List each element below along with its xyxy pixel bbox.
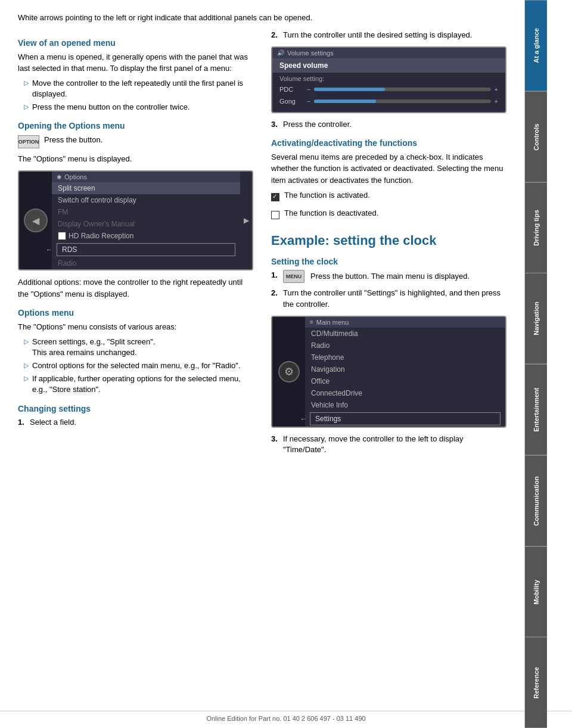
main-menu-icon: ≡: [310, 319, 313, 325]
main-menu-title-label: Main menu: [316, 319, 349, 326]
mm-item-office: Office: [305, 375, 505, 387]
page-footer: Online Edition for Part no. 01 40 2 606 …: [0, 711, 572, 722]
activated-line: The function is activated.: [271, 189, 506, 205]
vol-setting-label: Volume setting:: [272, 73, 505, 83]
options-item-fm: FM: [52, 206, 240, 218]
mm-item-settings: Settings: [310, 412, 500, 425]
tab-driving-tips[interactable]: Driving tips: [525, 182, 547, 273]
bullet-text-2: Press the menu button on the controller …: [32, 102, 189, 113]
deactivated-text: The function is deactivated.: [284, 207, 378, 219]
options-bullet-2: ▷ Control options for the selected main …: [18, 360, 253, 371]
change-step-1-text: Select a field.: [30, 417, 76, 428]
section-options-menu: Options menu The "Options" menu consists…: [18, 308, 253, 395]
options-side-panel: ◀: [19, 172, 52, 269]
options-bullet-text-3: If applicable, further operating options…: [32, 374, 253, 395]
main-menu-title-bar: ≡ Main menu: [305, 317, 505, 328]
right-step-3-text: Press the controller.: [283, 119, 352, 130]
clock-step-1-text: Press the button. The main menu is displ…: [310, 271, 470, 282]
section-activating: Activating/deactivating the functions Se…: [271, 138, 506, 223]
pdc-minus: −: [307, 86, 310, 93]
bullet-item-2: ▷ Press the menu button on the controlle…: [18, 102, 253, 113]
main-menu-screen: ⚙ ≡ Main menu CD/Multimedia Radio Teleph…: [271, 316, 506, 428]
section-heading-changing: Changing settings: [18, 404, 253, 413]
options-bullet-text-2: Control options for the selected main me…: [32, 360, 241, 371]
gong-label: Gong: [279, 98, 303, 105]
footer-text: Online Edition for Part no. 01 40 2 606 …: [206, 715, 365, 722]
mm-item-navigation: Navigation: [305, 363, 505, 375]
options-bullet-sub-1: This area remains unchanged.: [32, 348, 137, 357]
clock-step-2: 2. Turn the controller until "Settings" …: [271, 288, 506, 309]
gear-icon: ⚙: [278, 361, 300, 382]
mm-item-radio: Radio: [305, 340, 505, 351]
right-step-2-text: Turn the controller until the desired se…: [283, 30, 472, 41]
tab-mobility[interactable]: Mobility: [525, 546, 547, 637]
options-bullet-1: ▷ Screen settings, e.g., "Split screen".…: [18, 337, 253, 358]
options-title-label: Options: [64, 173, 87, 181]
section-heading-activating: Activating/deactivating the functions: [271, 138, 506, 148]
options-icon: ✱: [57, 174, 61, 181]
section-view-opened-menu: View of an opened menu When a menu is op…: [18, 38, 253, 113]
section-view-body: When a menu is opened, it generally open…: [18, 51, 253, 74]
options-bullet-arrow-1: ▷: [24, 338, 29, 346]
options-item-switch: Switch off control display: [52, 194, 240, 206]
options-item-rds: RDS: [57, 243, 235, 256]
pdc-fill: [314, 88, 384, 91]
tab-controls[interactable]: Controls: [525, 91, 547, 182]
bullet-arrow-1: ▷: [24, 79, 29, 87]
vol-title-bar: 🔊 Volume settings: [272, 48, 505, 58]
right-step-2-num: 2.: [271, 30, 283, 41]
main-menu-area: ≡ Main menu CD/Multimedia Radio Telephon…: [305, 317, 505, 427]
section-heading-options-menu: Options menu: [18, 308, 253, 318]
option-button-img: OPTION: [18, 135, 39, 148]
clock-step-1-num: 1.: [271, 270, 283, 283]
section-changing-settings: Changing settings 1. Select a field.: [18, 404, 253, 428]
after-text: The "Options" menu is displayed.: [18, 153, 253, 165]
options-bullet-3: ▷ If applicable, further operating optio…: [18, 374, 253, 395]
section-heading-view: View of an opened menu: [18, 38, 253, 48]
options-item-split: Split screen: [52, 182, 240, 194]
options-right-arrow: ▶: [240, 172, 252, 269]
example-heading: Example: setting the clock: [271, 233, 506, 248]
main-menu-side: ⚙: [272, 317, 305, 427]
pdc-slider-row: PDC − +: [272, 83, 505, 95]
vol-title-label: Volume settings: [287, 49, 334, 57]
menu-button-img: MENU: [283, 270, 304, 283]
settings-indicator: ←: [300, 415, 307, 422]
activated-text: The function is activated.: [284, 189, 370, 201]
options-item-radio: Radio: [52, 257, 240, 269]
right-step-3: 3. Press the controller.: [271, 119, 506, 130]
right-step-2: 2. Turn the controller until the desired…: [271, 30, 506, 41]
options-screen: ◀ ✱ Options Split screen Switch off cont…: [18, 170, 253, 270]
unchecked-icon: [271, 211, 279, 219]
pdc-plus: +: [495, 86, 498, 93]
clock-step-3-text: If necessary, move the controller to the…: [283, 434, 506, 455]
clock-step-2-num: 2.: [271, 288, 283, 309]
options-item-hd: HD Radio Reception: [52, 230, 240, 242]
section-opening-options: Opening the Options menu OPTION Press th…: [18, 121, 253, 300]
section-heading-options: Opening the Options menu: [18, 121, 253, 130]
checked-icon: [271, 193, 279, 201]
options-bullet-text-1: Screen settings, e.g., "Split screen".: [32, 337, 156, 346]
clock-step-1: 1. MENU Press the button. The main menu …: [271, 270, 506, 283]
options-bullet-arrow-2: ▷: [24, 362, 29, 369]
press-text: Press the button.: [44, 134, 102, 146]
deactivated-line: The function is deactivated.: [271, 207, 506, 223]
right-tabs: At a glance Controls Driving tips Naviga…: [524, 0, 547, 728]
tab-reference[interactable]: Reference: [525, 637, 547, 728]
options-menu-body: The "Options" menu consists of various a…: [18, 321, 253, 333]
tab-entertainment[interactable]: Entertainment: [525, 364, 547, 455]
bullet-item-1: ▷ Move the controller to the left repeat…: [18, 78, 253, 99]
right-step-3-num: 3.: [271, 119, 283, 130]
tab-navigation[interactable]: Navigation: [525, 273, 547, 364]
tab-communication[interactable]: Communication: [525, 455, 547, 546]
rds-indicator: ←: [46, 246, 52, 253]
options-bullet-arrow-3: ▷: [24, 375, 29, 382]
gong-track: [314, 99, 490, 103]
gong-plus: +: [495, 98, 498, 105]
tab-at-a-glance[interactable]: At a glance: [525, 0, 547, 91]
bullet-arrow-2: ▷: [24, 103, 29, 111]
mm-item-telephone: Telephone: [305, 351, 505, 363]
change-step-1-num: 1.: [18, 417, 30, 428]
activating-body: Several menu items are preceded by a che…: [271, 151, 506, 186]
additional-options-text: Additional options: move the controller …: [18, 276, 253, 300]
